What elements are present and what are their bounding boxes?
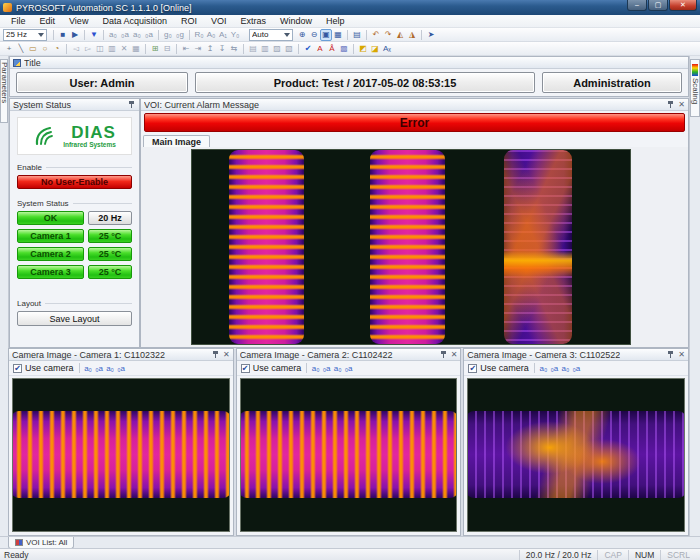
roi-import-icon[interactable]: ⊞ [149, 43, 161, 55]
camera-3-value-button[interactable]: 25 °C [88, 265, 132, 279]
offset-correction-2-icon[interactable]: ₀a [119, 29, 131, 41]
zoom-in-icon[interactable]: ⊕ [296, 29, 308, 41]
roi-delete-icon[interactable]: ✕ [118, 43, 130, 55]
parameters-side-tab[interactable]: Parameters [0, 59, 8, 123]
scaling-side-tab[interactable]: Scaling [690, 59, 700, 117]
offset-correction-3-icon[interactable]: a₀ [131, 29, 143, 41]
align-right-icon[interactable]: ⇥ [192, 43, 204, 55]
camera-2-status-button[interactable]: Camera 2 [17, 247, 84, 261]
system-ok-value-button[interactable]: 20 Hz [88, 211, 132, 225]
close-icon[interactable]: ✕ [223, 350, 230, 359]
reference-1-icon[interactable]: R₀ [193, 29, 205, 41]
menu-item-voi[interactable]: VOI [204, 16, 234, 26]
voi-remove-icon[interactable]: Aₓ [381, 43, 393, 55]
use-camera-checkbox[interactable]: ✔ [468, 364, 477, 373]
roi-move-left-icon[interactable]: ◅ [70, 43, 82, 55]
align-bottom-icon[interactable]: ↧ [216, 43, 228, 55]
roi-paste-icon[interactable]: ▥ [106, 43, 118, 55]
camera-1-status-button[interactable]: Camera 1 [17, 229, 84, 243]
camera-offset-correction-3-icon[interactable]: a₀ [560, 364, 571, 373]
camera-offset-correction-1-icon[interactable]: a₀ [310, 364, 321, 373]
roi-sector-icon[interactable]: ◔ [51, 43, 63, 55]
close-icon[interactable]: ✕ [678, 350, 685, 359]
copy-format-1-icon[interactable]: ▤ [247, 43, 259, 55]
voi-list-2-icon[interactable]: ◪ [369, 43, 381, 55]
copy-format-3-icon[interactable]: ▨ [271, 43, 283, 55]
gain-correction-1-icon[interactable]: g₀ [162, 29, 174, 41]
camera-offset-correction-2-icon[interactable]: ₀a [94, 364, 105, 373]
reference-2-icon[interactable]: A₀ [205, 29, 217, 41]
minimize-button[interactable]: – [627, 0, 647, 11]
voi-alarm-a2-icon[interactable]: Å [326, 43, 338, 55]
product-button[interactable]: Product: Test / 2017-05-02 08:53:15 [195, 72, 535, 93]
use-camera-checkbox[interactable]: ✔ [13, 364, 22, 373]
pin-icon[interactable] [128, 100, 136, 109]
voi-check-icon[interactable]: ✔ [302, 43, 314, 55]
menu-item-data-acquisition[interactable]: Data Acquisition [95, 16, 174, 26]
roi-copy-icon[interactable]: ◫ [94, 43, 106, 55]
offset-correction-4-icon[interactable]: ₀a [143, 29, 155, 41]
menu-item-edit[interactable]: Edit [33, 16, 63, 26]
menu-item-file[interactable]: File [4, 16, 33, 26]
rotate-right-icon[interactable]: ↷ [382, 29, 394, 41]
roi-export-icon[interactable]: ⊟ [161, 43, 173, 55]
roi-grid-icon[interactable]: ▦ [130, 43, 142, 55]
user-enable-button[interactable]: No User-Enable [17, 175, 132, 189]
zoom-fit-icon[interactable]: ▣ [320, 29, 332, 41]
camera-offset-correction-2-icon[interactable]: ₀a [321, 364, 332, 373]
menu-item-help[interactable]: Help [319, 16, 352, 26]
voi-image-icon[interactable]: ▩ [338, 43, 350, 55]
distribute-icon[interactable]: ⇆ [228, 43, 240, 55]
menu-item-extras[interactable]: Extras [233, 16, 273, 26]
roi-select-icon[interactable]: + [3, 43, 15, 55]
copy-format-2-icon[interactable]: ▥ [259, 43, 271, 55]
menu-item-roi[interactable]: ROI [174, 16, 204, 26]
pin-icon[interactable] [667, 100, 675, 109]
maximize-button[interactable]: ▢ [648, 0, 668, 11]
gain-correction-2-icon[interactable]: ₀g [174, 29, 186, 41]
voi-alarm-a-icon[interactable]: A [314, 43, 326, 55]
camera-3-status-button[interactable]: Camera 3 [17, 265, 84, 279]
camera-3-header[interactable]: Camera Image - Camera 3: C1102522 ✕ [464, 349, 688, 361]
camera-3-thermal-image[interactable] [467, 378, 685, 532]
copy-format-4-icon[interactable]: ▧ [283, 43, 295, 55]
offset-correction-1-icon[interactable]: a₀ [107, 29, 119, 41]
camera-1-thermal-image[interactable] [12, 378, 230, 532]
close-icon[interactable]: ✕ [678, 100, 685, 109]
voi-list-1-icon[interactable]: ◩ [357, 43, 369, 55]
zoom-out-icon[interactable]: ⊖ [308, 29, 320, 41]
pin-icon[interactable] [440, 350, 448, 359]
roi-move-right-icon[interactable]: ▻ [82, 43, 94, 55]
roi-rectangle-icon[interactable]: ▭ [27, 43, 39, 55]
system-ok-status-button[interactable]: OK [17, 211, 84, 225]
layout-list-icon[interactable]: ▤ [351, 29, 363, 41]
camera-offset-correction-3-icon[interactable]: a₀ [332, 364, 343, 373]
stop-acquisition-icon[interactable]: ■ [57, 29, 69, 41]
flip-horizontal-icon[interactable]: ◭ [394, 29, 406, 41]
camera-offset-correction-1-icon[interactable]: a₀ [83, 364, 94, 373]
camera-offset-correction-4-icon[interactable]: ₀a [343, 364, 354, 373]
camera-1-header[interactable]: Camera Image - Camera 1: C1102322 ✕ [9, 349, 233, 361]
align-top-icon[interactable]: ↥ [204, 43, 216, 55]
camera-2-thermal-image[interactable] [240, 378, 458, 532]
start-acquisition-icon[interactable]: ▶ [69, 29, 81, 41]
menu-item-window[interactable]: Window [273, 16, 319, 26]
pin-icon[interactable] [212, 350, 220, 359]
title-panel-header[interactable]: Title [10, 57, 688, 69]
filter-icon[interactable]: ▼ [88, 29, 100, 41]
pointer-icon[interactable]: ➤ [425, 29, 437, 41]
menu-item-view[interactable]: View [62, 16, 95, 26]
rotate-left-icon[interactable]: ↶ [370, 29, 382, 41]
camera-offset-correction-2-icon[interactable]: ₀a [549, 364, 560, 373]
administration-button[interactable]: Administration [542, 72, 682, 93]
camera-offset-correction-1-icon[interactable]: a₀ [538, 364, 549, 373]
roi-ellipse-icon[interactable]: ○ [39, 43, 51, 55]
close-icon[interactable]: ✕ [451, 350, 458, 359]
main-thermal-image[interactable] [191, 149, 631, 345]
use-camera-checkbox[interactable]: ✔ [241, 364, 250, 373]
roi-line-icon[interactable]: ╲ [15, 43, 27, 55]
reference-3-icon[interactable]: A₁ [217, 29, 229, 41]
camera-offset-correction-4-icon[interactable]: ₀a [116, 364, 127, 373]
save-layout-button[interactable]: Save Layout [17, 311, 132, 326]
close-button[interactable]: ✕ [669, 0, 697, 11]
